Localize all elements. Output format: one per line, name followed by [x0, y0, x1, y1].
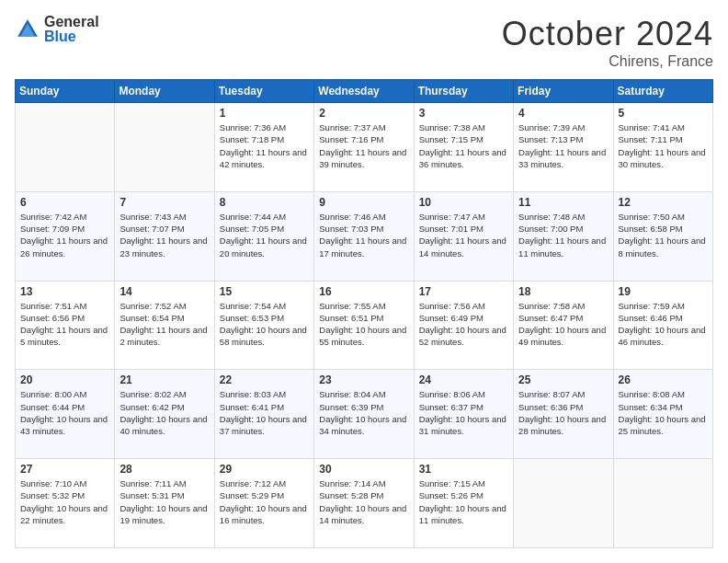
day-number: 5 — [619, 107, 708, 120]
day-number: 14 — [119, 285, 209, 298]
calendar-cell: 2Sunrise: 7:37 AMSunset: 7:16 PMDaylight… — [314, 103, 414, 192]
day-number: 31 — [419, 463, 508, 476]
calendar-cell: 27Sunrise: 7:10 AMSunset: 5:32 PMDayligh… — [16, 459, 115, 548]
calendar-cell: 28Sunrise: 7:11 AMSunset: 5:31 PMDayligh… — [115, 459, 214, 548]
day-info: Sunrise: 7:54 AMSunset: 6:53 PMDaylight:… — [220, 300, 309, 349]
day-info: Sunrise: 7:55 AMSunset: 6:51 PMDaylight:… — [319, 300, 408, 349]
day-info: Sunrise: 7:50 AMSunset: 6:58 PMDaylight:… — [619, 211, 708, 259]
day-info: Sunrise: 7:38 AMSunset: 7:15 PMDaylight:… — [419, 121, 508, 170]
day-info: Sunrise: 7:15 AMSunset: 5:26 PMDaylight:… — [419, 477, 508, 526]
header: General Blue October 2024 Chirens, Franc… — [15, 15, 713, 70]
day-info: Sunrise: 7:10 AMSunset: 5:32 PMDaylight:… — [20, 477, 109, 526]
day-info: Sunrise: 7:46 AMSunset: 7:03 PMDaylight:… — [319, 211, 408, 259]
calendar-row: 1Sunrise: 7:36 AMSunset: 7:18 PMDaylight… — [16, 103, 713, 192]
weekday-header: Thursday — [414, 80, 513, 103]
calendar-cell: 22Sunrise: 8:03 AMSunset: 6:41 PMDayligh… — [214, 370, 313, 459]
day-number: 22 — [220, 373, 309, 386]
calendar-table: SundayMondayTuesdayWednesdayThursdayFrid… — [15, 79, 713, 548]
day-number: 3 — [419, 107, 508, 120]
day-number: 13 — [20, 285, 109, 298]
day-info: Sunrise: 8:03 AMSunset: 6:41 PMDaylight:… — [220, 388, 309, 437]
day-number: 27 — [20, 463, 109, 476]
calendar-cell: 17Sunrise: 7:56 AMSunset: 6:49 PMDayligh… — [414, 281, 513, 370]
day-info: Sunrise: 7:11 AMSunset: 5:31 PMDaylight:… — [119, 477, 209, 526]
day-info: Sunrise: 7:44 AMSunset: 7:05 PMDaylight:… — [220, 211, 309, 259]
calendar-cell: 31Sunrise: 7:15 AMSunset: 5:26 PMDayligh… — [414, 459, 513, 548]
day-info: Sunrise: 8:07 AMSunset: 6:36 PMDaylight:… — [518, 388, 608, 437]
calendar-cell: 15Sunrise: 7:54 AMSunset: 6:53 PMDayligh… — [214, 281, 313, 370]
day-info: Sunrise: 7:14 AMSunset: 5:28 PMDaylight:… — [319, 477, 408, 526]
day-number: 9 — [319, 196, 408, 209]
calendar-cell: 19Sunrise: 7:59 AMSunset: 6:46 PMDayligh… — [613, 281, 712, 370]
day-number: 18 — [518, 285, 608, 298]
calendar-cell — [115, 103, 214, 192]
day-info: Sunrise: 7:47 AMSunset: 7:01 PMDaylight:… — [419, 211, 508, 259]
calendar-cell: 1Sunrise: 7:36 AMSunset: 7:18 PMDaylight… — [214, 103, 313, 192]
weekday-header: Tuesday — [214, 80, 313, 103]
calendar-cell: 24Sunrise: 8:06 AMSunset: 6:37 PMDayligh… — [414, 370, 513, 459]
calendar-cell: 16Sunrise: 7:55 AMSunset: 6:51 PMDayligh… — [314, 281, 414, 370]
day-number: 19 — [619, 285, 708, 298]
logo-icon — [15, 17, 40, 42]
day-number: 16 — [319, 285, 408, 298]
day-number: 30 — [319, 463, 408, 476]
day-number: 6 — [20, 196, 109, 209]
calendar-cell: 30Sunrise: 7:14 AMSunset: 5:28 PMDayligh… — [314, 459, 414, 548]
day-number: 8 — [220, 196, 309, 209]
day-info: Sunrise: 7:41 AMSunset: 7:11 PMDaylight:… — [619, 121, 708, 170]
calendar-row: 13Sunrise: 7:51 AMSunset: 6:56 PMDayligh… — [16, 281, 713, 370]
calendar-cell: 8Sunrise: 7:44 AMSunset: 7:05 PMDaylight… — [214, 191, 313, 281]
logo: General Blue — [15, 15, 99, 44]
day-info: Sunrise: 7:37 AMSunset: 7:16 PMDaylight:… — [319, 121, 408, 170]
weekday-header: Sunday — [16, 80, 115, 103]
calendar-cell — [514, 459, 613, 548]
day-info: Sunrise: 7:36 AMSunset: 7:18 PMDaylight:… — [220, 121, 309, 170]
day-info: Sunrise: 7:58 AMSunset: 6:47 PMDaylight:… — [518, 300, 608, 349]
day-info: Sunrise: 8:06 AMSunset: 6:37 PMDaylight:… — [419, 388, 508, 437]
weekday-header: Monday — [115, 80, 214, 103]
weekday-header: Wednesday — [314, 80, 414, 103]
calendar-row: 27Sunrise: 7:10 AMSunset: 5:32 PMDayligh… — [16, 459, 713, 548]
day-number: 17 — [419, 285, 508, 298]
day-number: 7 — [119, 196, 209, 209]
calendar-cell: 23Sunrise: 8:04 AMSunset: 6:39 PMDayligh… — [314, 370, 414, 459]
calendar-cell: 10Sunrise: 7:47 AMSunset: 7:01 PMDayligh… — [414, 191, 513, 281]
calendar-cell: 12Sunrise: 7:50 AMSunset: 6:58 PMDayligh… — [613, 191, 712, 281]
logo-general: General — [44, 15, 99, 29]
calendar-row: 6Sunrise: 7:42 AMSunset: 7:09 PMDaylight… — [16, 191, 713, 281]
calendar-cell — [16, 103, 115, 192]
month-title: October 2024 — [502, 15, 713, 53]
calendar-cell: 14Sunrise: 7:52 AMSunset: 6:54 PMDayligh… — [115, 281, 214, 370]
calendar-cell: 18Sunrise: 7:58 AMSunset: 6:47 PMDayligh… — [514, 281, 613, 370]
calendar-cell: 4Sunrise: 7:39 AMSunset: 7:13 PMDaylight… — [514, 103, 613, 192]
location: Chirens, France — [502, 53, 713, 70]
day-info: Sunrise: 8:00 AMSunset: 6:44 PMDaylight:… — [20, 388, 109, 437]
day-info: Sunrise: 7:56 AMSunset: 6:49 PMDaylight:… — [419, 300, 508, 349]
day-info: Sunrise: 7:59 AMSunset: 6:46 PMDaylight:… — [619, 300, 708, 349]
day-number: 10 — [419, 196, 508, 209]
day-number: 11 — [518, 196, 608, 209]
day-number: 12 — [619, 196, 708, 209]
calendar-cell: 20Sunrise: 8:00 AMSunset: 6:44 PMDayligh… — [16, 370, 115, 459]
day-info: Sunrise: 7:39 AMSunset: 7:13 PMDaylight:… — [518, 121, 608, 170]
day-number: 1 — [220, 107, 309, 120]
calendar-cell: 6Sunrise: 7:42 AMSunset: 7:09 PMDaylight… — [16, 191, 115, 281]
calendar-cell: 7Sunrise: 7:43 AMSunset: 7:07 PMDaylight… — [115, 191, 214, 281]
day-info: Sunrise: 7:52 AMSunset: 6:54 PMDaylight:… — [119, 300, 209, 349]
calendar-cell: 3Sunrise: 7:38 AMSunset: 7:15 PMDaylight… — [414, 103, 513, 192]
logo-blue-text: Blue — [44, 29, 99, 44]
calendar-cell: 11Sunrise: 7:48 AMSunset: 7:00 PMDayligh… — [514, 191, 613, 281]
page: General Blue October 2024 Chirens, Franc… — [0, 0, 728, 563]
weekday-header: Friday — [514, 80, 613, 103]
day-number: 2 — [319, 107, 408, 120]
day-number: 20 — [20, 373, 109, 386]
calendar-cell: 9Sunrise: 7:46 AMSunset: 7:03 PMDaylight… — [314, 191, 414, 281]
weekday-header: Saturday — [613, 80, 712, 103]
day-number: 24 — [419, 373, 508, 386]
calendar-cell: 13Sunrise: 7:51 AMSunset: 6:56 PMDayligh… — [16, 281, 115, 370]
day-info: Sunrise: 7:43 AMSunset: 7:07 PMDaylight:… — [119, 211, 209, 259]
calendar-cell — [613, 459, 712, 548]
day-number: 29 — [220, 463, 309, 476]
calendar-cell: 29Sunrise: 7:12 AMSunset: 5:29 PMDayligh… — [214, 459, 313, 548]
calendar-row: 20Sunrise: 8:00 AMSunset: 6:44 PMDayligh… — [16, 370, 713, 459]
